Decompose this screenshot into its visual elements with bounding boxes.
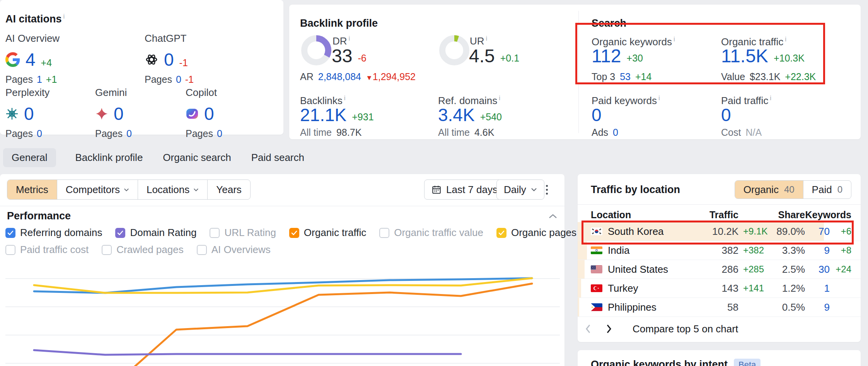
ur-label: URi	[470, 35, 487, 47]
toolbar-segment-locations[interactable]: Locations	[138, 180, 207, 199]
tab-backlink-profile[interactable]: Backlink profile	[75, 148, 144, 167]
share-value: 0.5%	[768, 301, 805, 313]
paid-traffic-sub: CostN/A	[721, 127, 762, 138]
check-icon	[496, 228, 506, 238]
chevron-up-icon[interactable]	[548, 214, 558, 219]
ar-value[interactable]: 2,848,084	[318, 71, 361, 82]
toggle-organic[interactable]: Organic40	[735, 181, 803, 198]
tab-general[interactable]: General	[3, 148, 56, 167]
chart-line-organic-pages	[34, 278, 532, 293]
calendar-icon	[431, 185, 442, 195]
chevron-left-icon[interactable]	[578, 324, 599, 334]
tab-organic-search[interactable]: Organic search	[162, 148, 232, 167]
organic-traffic-sub: Value$23.1K+22.3K	[721, 71, 816, 82]
granularity-button[interactable]: Daily	[496, 180, 544, 200]
chevron-right-icon[interactable]	[599, 324, 619, 334]
organic-keywords-value: 112 +30	[592, 46, 643, 67]
pages-label: Pages	[186, 128, 213, 139]
checkbox-url-rating[interactable]: URL Rating	[210, 227, 276, 239]
google-icon	[5, 52, 20, 67]
location-row-india[interactable]: India382+3823.3%9+8	[578, 241, 861, 260]
traffic-delta: +141	[738, 283, 768, 294]
keywords-value[interactable]: 30	[805, 263, 830, 275]
sub-value[interactable]: 0	[613, 127, 618, 138]
checkbox-crawled-pages[interactable]: Crawled pages	[102, 244, 183, 256]
toolbar-segment-years[interactable]: Years	[207, 180, 250, 199]
flag-icon-kr	[591, 227, 602, 235]
ai-metric-value[interactable]: 0	[164, 49, 174, 70]
flag-icon-us	[591, 265, 602, 273]
checkbox-organic-pages[interactable]: Organic pages	[496, 227, 576, 239]
traffic-by-location-title: Traffic by location	[591, 184, 680, 196]
organic-paid-toggle: Organic40Paid0	[735, 180, 851, 199]
ai-metric-label: Perplexity	[5, 87, 49, 99]
checkbox-empty	[379, 228, 389, 238]
ai-metric-label: Gemini	[95, 87, 132, 99]
keywords-delta: +6	[830, 226, 851, 237]
dr-donut-chart	[300, 34, 333, 67]
keywords-value[interactable]: 1	[805, 282, 830, 294]
location-name: Philippines	[608, 301, 657, 313]
chart-line-domain-rating	[34, 350, 461, 355]
traffic-delta: +382	[738, 245, 768, 256]
ai-metric-value[interactable]: 4	[26, 49, 36, 70]
traffic-value: 10.2K	[692, 226, 738, 238]
checkbox-empty	[210, 228, 220, 238]
pages-label: Pages	[145, 74, 172, 85]
beta-badge: Beta	[734, 359, 761, 366]
location-row-south-korea[interactable]: South Korea10.2K+9.1K89.0%70+6	[578, 222, 861, 241]
sub-value: Top 3	[592, 71, 615, 82]
pages-value[interactable]: 1	[37, 74, 42, 85]
pages-value[interactable]: 0	[37, 128, 42, 139]
more-options-kebab-icon[interactable]	[544, 183, 549, 196]
ai-metric-label: AI Overview	[5, 32, 60, 44]
pages-value[interactable]: 0	[126, 128, 132, 139]
traffic-value: 382	[692, 245, 738, 257]
ai-metric-value[interactable]: 0	[24, 103, 34, 124]
location-name: Turkey	[608, 282, 638, 294]
checkbox-ai-overviews[interactable]: AI Overviews	[197, 244, 271, 256]
traffic-value: 143	[692, 282, 738, 294]
column-location: Location	[591, 209, 692, 221]
traffic-value: 58	[692, 301, 738, 313]
share-value: 3.3%	[768, 245, 805, 257]
paid-keywords-value: 0	[592, 104, 602, 125]
tab-paid-search[interactable]: Paid search	[251, 148, 305, 167]
location-row-philippines[interactable]: Philippines580.5%9	[578, 298, 861, 317]
pages-value[interactable]: 0	[176, 74, 181, 85]
ai-citations-title: AI citationsi	[5, 13, 65, 25]
toolbar-segment-competitors[interactable]: Competitors	[57, 180, 138, 199]
traffic-delta: +9.1K	[738, 226, 768, 237]
checkbox-domain-rating[interactable]: Domain Rating	[115, 227, 196, 239]
toggle-paid[interactable]: Paid0	[803, 181, 851, 198]
info-icon: i	[63, 13, 65, 20]
location-row-turkey[interactable]: Turkey143+1411.2%1	[578, 279, 861, 298]
chevron-down-icon	[531, 188, 537, 192]
keywords-value[interactable]: 9	[805, 301, 830, 313]
chevron-down-icon	[124, 188, 129, 192]
sub-value: +22.3K	[785, 71, 816, 82]
flag-icon-ph	[591, 303, 602, 311]
sub-value[interactable]: 53	[620, 71, 631, 82]
ai-metric-value[interactable]: 0	[114, 103, 124, 124]
checkbox-organic-traffic-value[interactable]: Organic traffic value	[379, 227, 483, 239]
copilot-icon	[186, 107, 199, 120]
location-row-united-states[interactable]: United States286+2852.5%30+24	[578, 260, 861, 279]
checkbox-paid-traffic-cost[interactable]: Paid traffic cost	[5, 244, 89, 256]
compare-top5-link[interactable]: Compare top 5 on chart	[633, 323, 738, 335]
ai-metric-delta: +4	[41, 57, 52, 71]
performance-panel: MetricsCompetitorsLocationsYears Last 7 …	[0, 174, 564, 366]
checkbox-organic-traffic[interactable]: Organic traffic	[289, 227, 366, 239]
ai-metric-ai-overview: AI Overview4+4Pages1+1	[5, 32, 60, 85]
pages-value[interactable]: 0	[217, 128, 222, 139]
ar-delta: ▼1,294,952	[366, 71, 416, 82]
keywords-value[interactable]: 9	[805, 245, 830, 257]
checkbox-referring-domains[interactable]: Referring domains	[5, 227, 102, 239]
toolbar-segment-metrics[interactable]: Metrics	[7, 180, 57, 199]
ai-metric-copilot: Copilot0Pages0	[186, 87, 222, 139]
ai-metric-value[interactable]: 0	[204, 103, 214, 124]
ai-metric-delta: -1	[179, 57, 188, 71]
gemini-icon	[95, 107, 108, 120]
keywords-value[interactable]: 70	[805, 226, 830, 238]
divider	[578, 204, 861, 205]
